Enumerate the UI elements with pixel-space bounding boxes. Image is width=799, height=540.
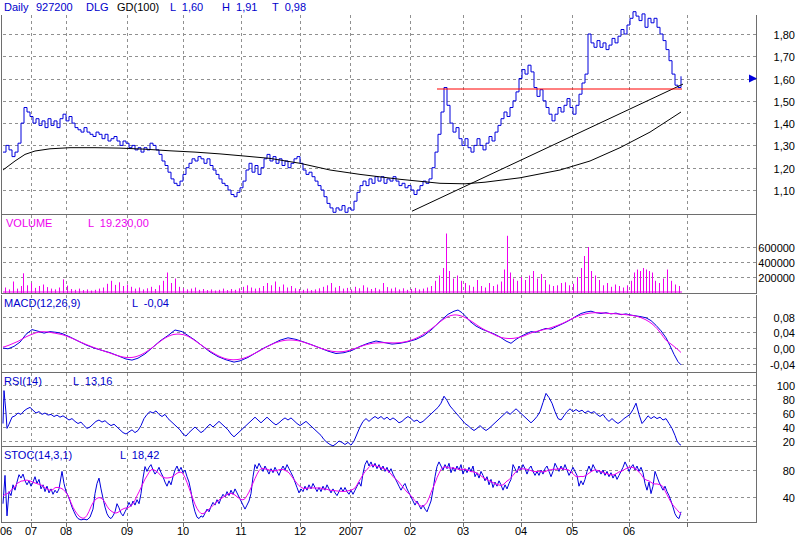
volume-label: VOLUME — [6, 217, 52, 229]
y-tick-label: 1,80 — [774, 29, 795, 41]
y-tick-label: 0,08 — [774, 312, 795, 324]
gd100-line — [3, 112, 681, 184]
y-tick-label: 400000 — [758, 257, 795, 269]
header-indicator: GD(100) — [117, 1, 159, 13]
stoc-label-row: STOC(14,3,1) L 18,42 — [0, 449, 420, 462]
macd-label-row: MACD(12,26,9) L -0,04 — [0, 297, 420, 310]
y-tick-label: 1,30 — [774, 140, 795, 152]
y-tick-label: 80 — [783, 394, 795, 406]
rsi-value: L 13,16 — [73, 375, 112, 387]
x-tick-label: 11 — [235, 525, 246, 537]
y-tick-label: 1,40 — [774, 118, 795, 130]
y-tick-label: 100 — [777, 380, 795, 392]
header-ticker: DLG — [86, 1, 109, 13]
x-tick-label: 06 — [623, 525, 635, 537]
x-tick-label: 12 — [294, 525, 306, 537]
y-tick-label: 1,20 — [774, 163, 795, 175]
macd-label: MACD(12,26,9) — [4, 297, 80, 309]
y-tick-label: 1,50 — [774, 96, 795, 108]
x-tick-label: 07 — [25, 525, 37, 537]
macd-line — [3, 310, 681, 365]
y-tick-label: -0,04 — [770, 359, 795, 371]
x-tick-label: 09 — [121, 525, 133, 537]
x-tick-label: 05 — [566, 525, 578, 537]
x-tick-label: 03 — [457, 525, 469, 537]
header-low-value: T 0,98 — [272, 1, 306, 13]
y-tick-label: 600000 — [758, 242, 795, 254]
header-periodicity: Daily — [4, 1, 28, 13]
stoc-k-line — [3, 461, 681, 520]
x-tick-label: 10 — [177, 525, 189, 537]
macd-value: L -0,04 — [132, 297, 169, 309]
stoc-value: L 18,42 — [120, 449, 159, 461]
header-last-value: L 1,60 — [170, 1, 203, 13]
y-tick-label: 0,04 — [774, 327, 795, 339]
volume-value: L 19.230,00 — [88, 217, 149, 229]
price-close-line — [3, 12, 681, 213]
x-tick-label: 2007 — [339, 525, 363, 537]
volume-label-row: VOLUME L 19.230,00 — [0, 217, 420, 230]
trendline — [412, 84, 683, 211]
header-symbol-id: 927200 — [36, 1, 73, 13]
y-tick-label: 40 — [783, 422, 795, 434]
y-tick-label: 1,70 — [774, 51, 795, 63]
y-tick-label: 60 — [783, 408, 795, 420]
x-tick-label: 02 — [404, 525, 416, 537]
chart-window: 1,801,701,601,501,401,301,201,1060000040… — [0, 0, 799, 540]
x-tick-label: 06 — [0, 525, 12, 537]
stoc-d-line — [3, 465, 681, 518]
header-high-value: H 1,91 — [222, 1, 257, 13]
x-tick-label: 04 — [515, 525, 527, 537]
y-tick-label: 0,00 — [774, 343, 795, 355]
y-tick-label: 1,10 — [774, 185, 795, 197]
stoc-label: STOC(14,3,1) — [4, 449, 72, 461]
y-tick-label: 80 — [783, 465, 795, 477]
y-tick-label: 20 — [783, 436, 795, 448]
rsi-label-row: RSI(14) L 13,16 — [0, 375, 420, 388]
y-tick-label: 200000 — [758, 272, 795, 284]
y-tick-label: 40 — [783, 492, 795, 504]
x-tick-label: 08 — [60, 525, 72, 537]
y-tick-label: 1,60 — [774, 74, 795, 86]
rsi-label: RSI(14) — [4, 375, 42, 387]
rsi-line — [3, 391, 681, 446]
last-price-marker-icon — [749, 75, 757, 83]
